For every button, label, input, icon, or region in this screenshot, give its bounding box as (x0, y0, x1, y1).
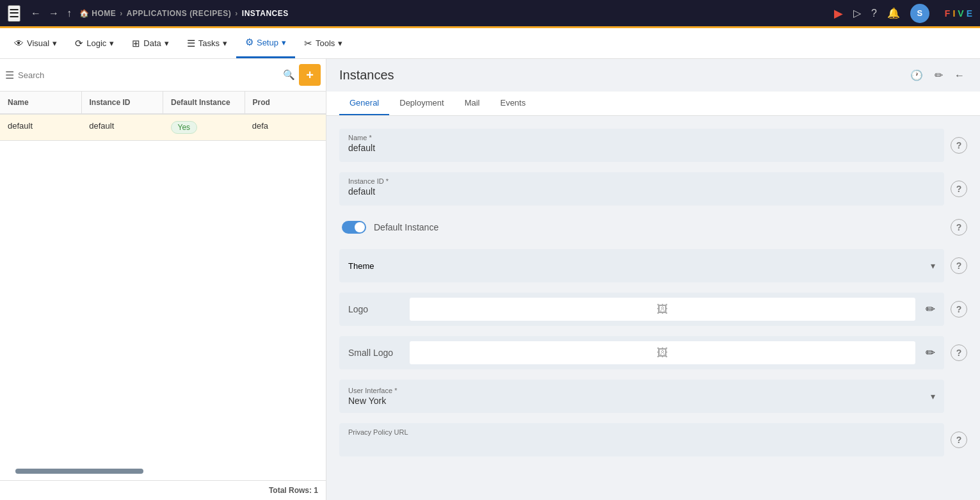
instance-id-label: Instance ID * (348, 177, 935, 185)
name-help-button[interactable]: ? (951, 137, 967, 154)
nav-tools[interactable]: ✂ Tools ▾ (295, 28, 351, 58)
default-instance-help-button[interactable]: ? (951, 219, 967, 236)
user-interface-field[interactable]: User Interface * New York ▾ (339, 380, 944, 413)
breadcrumb-home[interactable]: 🏠 HOME (79, 9, 116, 18)
name-field: Name * default (339, 129, 944, 162)
page-title: Instances (339, 68, 394, 83)
toggle-thumb (355, 222, 365, 232)
data-icon: ⊞ (132, 38, 140, 49)
logo-image-icon: 🖼 (657, 303, 668, 316)
top-nav: ☰ ← → ↑ 🏠 HOME › APPLICATIONS (RECIPES) … (0, 0, 980, 28)
theme-dropdown-arrow: ▾ (931, 261, 935, 271)
data-dropdown-icon: ▾ (165, 38, 169, 48)
row-instance-id: default (81, 115, 163, 140)
tab-deployment[interactable]: Deployment (389, 92, 454, 115)
small-logo-preview: 🖼 (410, 341, 915, 364)
breadcrumb: 🏠 HOME › APPLICATIONS (RECIPES) › INSTAN… (79, 9, 289, 18)
tab-mail[interactable]: Mail (454, 92, 490, 115)
up-button[interactable]: ↑ (64, 6, 74, 20)
history-button[interactable]: 🕐 (908, 67, 926, 84)
header-icons: 🕐 ✏ ← (908, 67, 967, 84)
tools-dropdown-icon: ▾ (338, 38, 342, 48)
filter-icon[interactable]: ☰ (5, 69, 14, 81)
tasks-dropdown-icon: ▾ (223, 38, 227, 48)
left-panel: ☰ 🔍 + Name Instance ID Default Instance … (0, 59, 326, 500)
user-interface-label: User Interface * (348, 387, 397, 394)
theme-label: Theme (348, 261, 374, 271)
default-instance-toggle[interactable] (342, 221, 366, 234)
tabs-bar: General Deployment Mail Events (326, 92, 980, 116)
instance-id-row: Instance ID * default ? (339, 172, 967, 206)
logo-field: Logo 🖼 ✏ (339, 293, 944, 326)
table-row[interactable]: default default Yes defa (0, 115, 326, 141)
second-nav: 👁 Visual ▾ ⟳ Logic ▾ ⊞ Data ▾ ☰ Tasks ▾ … (0, 28, 980, 59)
search-icon[interactable]: 🔍 (283, 69, 295, 81)
small-logo-help-button[interactable]: ? (951, 344, 967, 361)
row-prod: defa (245, 115, 326, 140)
breadcrumb-applications[interactable]: APPLICATIONS (RECIPES) (127, 9, 231, 18)
col-name: Name (0, 92, 82, 113)
close-button[interactable]: ← (952, 67, 967, 84)
help-button[interactable]: ? (871, 8, 877, 19)
nav-tasks[interactable]: ☰ Tasks ▾ (178, 28, 236, 58)
scrollbar[interactable] (15, 469, 143, 474)
nav-logic-label: Logic (86, 38, 106, 48)
nav-logic[interactable]: ⟳ Logic ▾ (66, 28, 123, 58)
visual-dropdown-icon: ▾ (52, 38, 57, 48)
nav-visual-label: Visual (27, 38, 49, 48)
privacy-policy-row: Privacy Policy URL ? (339, 423, 967, 456)
avatar[interactable]: S (910, 4, 929, 23)
forward-button[interactable]: → (46, 6, 61, 20)
small-logo-edit-button[interactable]: ✏ (926, 346, 935, 360)
default-badge: Yes (171, 121, 198, 134)
small-logo-row: Small Logo 🖼 ✏ ? (339, 336, 967, 369)
user-interface-row: User Interface * New York ▾ (339, 380, 967, 413)
nav-data[interactable]: ⊞ Data ▾ (123, 28, 177, 58)
theme-help-button[interactable]: ? (951, 257, 967, 274)
small-logo-label: Small Logo (348, 348, 399, 358)
nav-arrows: ← → ↑ (28, 6, 74, 20)
theme-row: Theme ▾ ? (339, 249, 967, 282)
default-instance-label: Default Instance (374, 222, 438, 232)
col-prod: Prod (245, 92, 326, 113)
nav-tasks-label: Tasks (198, 38, 220, 48)
theme-field[interactable]: Theme ▾ (339, 249, 944, 282)
user-interface-dropdown-arrow: ▾ (931, 391, 935, 401)
default-instance-row: Default Instance ? (339, 216, 967, 239)
logo-edit-button[interactable]: ✏ (926, 302, 935, 316)
table-header: Name Instance ID Default Instance Prod (0, 92, 326, 115)
tab-events[interactable]: Events (490, 92, 536, 115)
play-button[interactable]: ▷ (853, 7, 861, 19)
name-row: Name * default ? (339, 129, 967, 162)
tab-general[interactable]: General (339, 92, 389, 115)
tools-icon: ✂ (304, 38, 312, 49)
search-input[interactable] (18, 70, 279, 80)
logo-preview: 🖼 (410, 298, 915, 321)
logo-row: Logo 🖼 ✏ ? (339, 293, 967, 326)
hamburger-menu[interactable]: ☰ (8, 5, 20, 22)
form-area: Name * default ? Instance ID * default ? (326, 116, 980, 469)
add-button[interactable]: + (299, 64, 321, 86)
logo-help-button[interactable]: ? (951, 301, 967, 318)
nav-data-label: Data (143, 38, 161, 48)
user-interface-value: New York (348, 396, 397, 406)
total-rows: Total Rows: 1 (0, 480, 326, 500)
nav-setup[interactable]: ⚙ Setup ▾ (236, 28, 295, 58)
instance-id-field: Instance ID * default (339, 172, 944, 206)
col-default-instance: Default Instance (163, 92, 245, 113)
instance-id-help-button[interactable]: ? (951, 181, 967, 197)
nav-tools-label: Tools (316, 38, 335, 48)
col-instance-id: Instance ID (82, 92, 164, 113)
privacy-policy-field: Privacy Policy URL (339, 423, 944, 456)
edit-button[interactable]: ✏ (932, 67, 945, 84)
back-button[interactable]: ← (28, 6, 44, 20)
red-arrow-icon: ▶ (834, 6, 843, 20)
privacy-policy-help-button[interactable]: ? (951, 431, 967, 448)
nav-visual[interactable]: 👁 Visual ▾ (5, 28, 66, 58)
small-logo-image-icon: 🖼 (657, 346, 668, 360)
notifications-button[interactable]: 🔔 (887, 7, 900, 19)
logic-icon: ⟳ (75, 38, 83, 49)
logic-dropdown-icon: ▾ (109, 38, 114, 48)
search-bar: ☰ 🔍 + (0, 59, 326, 92)
main-layout: ☰ 🔍 + Name Instance ID Default Instance … (0, 59, 980, 500)
